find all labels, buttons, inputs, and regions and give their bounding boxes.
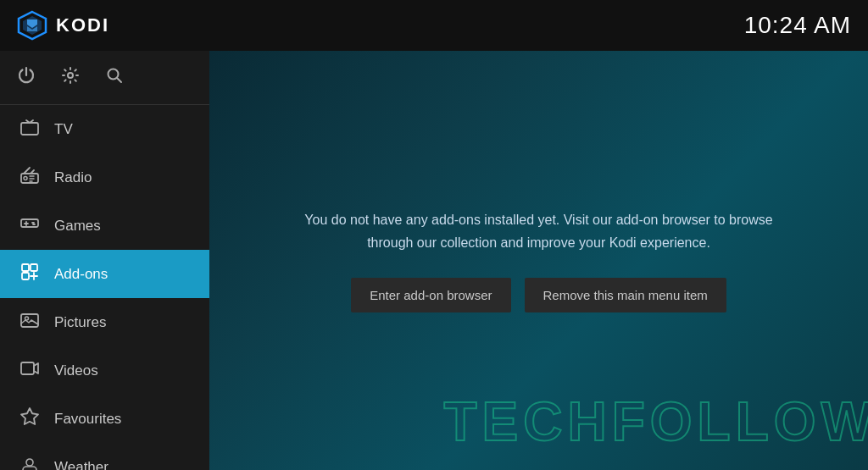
- main-layout: TV Radio: [0, 51, 868, 470]
- content-area: You do not have any add-ons installed ye…: [209, 51, 868, 470]
- pictures-icon: [19, 310, 41, 335]
- power-button[interactable]: [17, 66, 36, 89]
- sidebar-item-games[interactable]: Games: [0, 202, 209, 250]
- svg-point-16: [26, 459, 33, 466]
- sidebar-item-pictures[interactable]: Pictures: [0, 298, 209, 346]
- svg-rect-12: [21, 314, 38, 327]
- sidebar-item-addons[interactable]: Add-ons: [0, 250, 209, 298]
- logo-area: KODI: [17, 10, 109, 41]
- addons-icon: [19, 262, 41, 286]
- kodi-logo-icon: [17, 10, 47, 41]
- sidebar-item-label-favourites: Favourites: [54, 411, 121, 428]
- svg-rect-14: [21, 362, 34, 374]
- info-message: You do not have any add-ons installed ye…: [285, 208, 793, 254]
- sidebar-item-weather[interactable]: Weather: [0, 443, 209, 470]
- favourites-icon: [19, 406, 41, 431]
- svg-rect-6: [21, 123, 38, 135]
- videos-icon: [19, 358, 41, 383]
- sidebar-item-favourites[interactable]: Favourites: [0, 395, 209, 443]
- sidebar-item-radio[interactable]: Radio: [0, 153, 209, 202]
- weather-icon: [19, 455, 41, 470]
- tv-icon: [19, 117, 41, 141]
- settings-button[interactable]: [61, 66, 80, 89]
- clock-display: 10:24 AM: [744, 12, 851, 39]
- sidebar-item-videos[interactable]: Videos: [0, 346, 209, 395]
- sidebar-item-tv[interactable]: TV: [0, 105, 209, 153]
- games-icon: [19, 213, 41, 238]
- sidebar-item-label-radio: Radio: [54, 169, 92, 186]
- watermark-text: TECHFOLLOWS: [443, 390, 868, 453]
- app-title: KODI: [56, 14, 109, 36]
- svg-point-4: [68, 73, 73, 78]
- svg-marker-15: [21, 408, 38, 424]
- sidebar-item-label-weather: Weather: [54, 459, 108, 471]
- svg-rect-10: [31, 264, 37, 271]
- remove-menu-item-button[interactable]: Remove this main menu item: [525, 278, 726, 312]
- action-buttons: Enter add-on browser Remove this main me…: [351, 278, 726, 312]
- sidebar-top-icons: [0, 51, 209, 105]
- sidebar-item-label-videos: Videos: [54, 362, 98, 379]
- sidebar: TV Radio: [0, 51, 209, 470]
- svg-point-8: [24, 177, 27, 180]
- radio-icon: [19, 165, 41, 190]
- header: KODI 10:24 AM: [0, 0, 868, 51]
- search-button[interactable]: [105, 66, 124, 89]
- svg-rect-9: [22, 264, 29, 271]
- sidebar-item-label-tv: TV: [54, 121, 73, 138]
- svg-rect-11: [22, 273, 29, 279]
- sidebar-nav: TV Radio: [0, 105, 209, 470]
- sidebar-item-label-pictures: Pictures: [54, 314, 106, 331]
- enter-addon-browser-button[interactable]: Enter add-on browser: [351, 278, 510, 312]
- sidebar-item-label-games: Games: [54, 218, 101, 235]
- sidebar-item-label-addons: Add-ons: [54, 266, 108, 283]
